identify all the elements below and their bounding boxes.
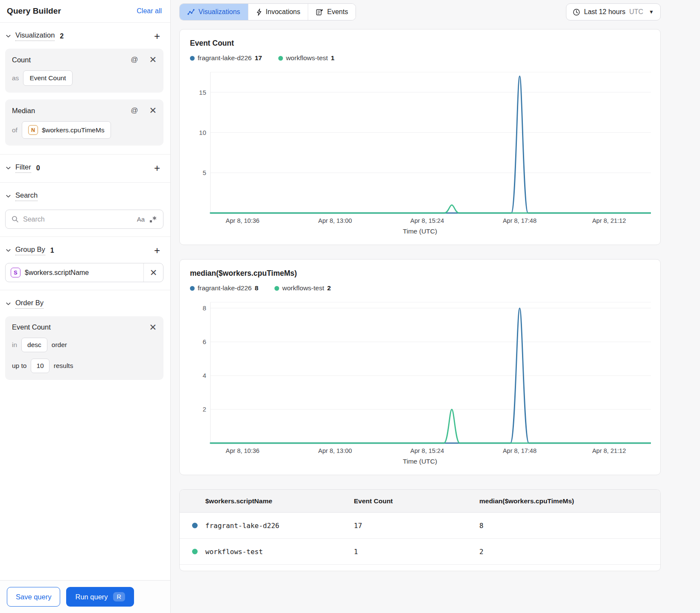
cell-script-name: workflows-test [205, 548, 263, 556]
tab-invocations[interactable]: Invocations [248, 4, 309, 20]
legend-value: 2 [327, 284, 331, 292]
close-icon[interactable]: ✕ [149, 56, 157, 63]
count-alias-box[interactable]: Event Count [23, 70, 72, 86]
chevron-down-icon[interactable] [5, 248, 11, 254]
run-query-shortcut-badge: R [113, 592, 125, 601]
timezone-label: UTC [629, 8, 643, 16]
legend-item[interactable]: fragrant-lake-d226 17 [190, 54, 262, 62]
order-by-field: Event Count [12, 323, 51, 331]
clear-all-link[interactable]: Clear all [137, 7, 162, 15]
save-query-label: Save query [16, 593, 51, 601]
cell-median: 2 [479, 548, 660, 556]
x-tick-label: Apr 8, 15:24 [410, 217, 444, 224]
count-alias-value: Event Count [29, 74, 66, 82]
legend-name: workflows-test [282, 284, 324, 292]
add-visualization-button[interactable]: + [152, 32, 162, 40]
of-label: of [12, 126, 18, 134]
y-tick-label: 8 [203, 304, 206, 312]
group-by-field-value: $workers.scriptName [25, 269, 89, 277]
match-case-icon[interactable]: Aa [137, 216, 145, 223]
sidebar-body: Visualization 2 + Count @ ✕ as [0, 23, 170, 580]
legend-item[interactable]: workflows-test 2 [274, 284, 331, 292]
save-query-button[interactable]: Save query [7, 587, 60, 607]
cell-event-count: 1 [354, 548, 479, 556]
legend-item[interactable]: fragrant-lake-d226 8 [190, 284, 258, 292]
lightning-icon [256, 9, 262, 16]
legend-name: fragrant-lake-d226 [198, 284, 252, 292]
limit-box[interactable]: 10 [31, 359, 49, 373]
table-row[interactable]: fragrant-lake-d226 17 8 [180, 513, 660, 539]
x-tick-label: Apr 8, 17:48 [503, 447, 537, 454]
at-mention-icon[interactable]: @ [131, 55, 138, 64]
sidebar-footer: Save query Run query R [0, 580, 170, 613]
median-field-value: $workers.cpuTimeMs [42, 126, 105, 134]
as-label: as [12, 74, 19, 82]
order-direction-box[interactable]: desc [21, 338, 47, 352]
x-tick-label: Apr 8, 10:36 [226, 217, 260, 224]
y-tick-label: 15 [199, 89, 206, 96]
legend-value: 8 [255, 284, 259, 292]
event-count-chart[interactable]: 51015Apr 8, 10:36Apr 8, 13:00Apr 8, 15:2… [190, 68, 651, 225]
filter-label: Filter [15, 163, 31, 173]
legend-name: fragrant-lake-d226 [198, 54, 252, 62]
regex-icon[interactable] [149, 216, 157, 223]
tab-label: Visualizations [198, 8, 240, 16]
legend-dot [190, 56, 195, 61]
col-header-script-name: $workers.scriptName [180, 497, 354, 505]
card-title: Median [12, 107, 35, 115]
tab-events[interactable]: Events [308, 4, 356, 20]
visualization-label: Visualization [15, 31, 55, 41]
x-tick-label: Apr 8, 10:36 [226, 447, 260, 454]
remove-group-by-button[interactable]: ✕ [143, 263, 163, 282]
topbar: Visualizations Invocations Events Last 1… [179, 3, 661, 20]
y-tick-label: 6 [203, 338, 206, 345]
y-tick-label: 2 [203, 406, 206, 413]
chevron-down-icon[interactable] [5, 33, 11, 39]
table-bottom-padding [180, 565, 660, 571]
chevron-down-icon[interactable] [5, 301, 11, 307]
note-icon [316, 9, 323, 16]
legend-name: workflows-test [286, 54, 328, 62]
limit-value: 10 [36, 362, 44, 370]
chevron-down-icon[interactable] [5, 165, 11, 171]
group-by-label: Group By [15, 245, 45, 255]
median-cputime-chart[interactable]: 2468Apr 8, 10:36Apr 8, 13:00Apr 8, 15:24… [190, 298, 651, 455]
visualization-count: 2 [60, 32, 64, 40]
x-tick-label: Apr 8, 17:48 [503, 217, 537, 224]
at-mention-icon[interactable]: @ [131, 106, 138, 115]
sidebar-header: Query Builder Clear all [0, 0, 170, 23]
run-query-label: Run query [75, 593, 108, 601]
tab-label: Events [327, 8, 348, 16]
cell-event-count: 17 [354, 522, 479, 530]
series-line-workflows-test [210, 409, 651, 443]
add-group-by-button[interactable]: + [152, 247, 162, 254]
chart-title: median($workers.cpuTimeMs) [190, 269, 650, 278]
run-query-button[interactable]: Run query R [66, 587, 134, 607]
time-range-dropdown[interactable]: Last 12 hours UTC ▼ [566, 3, 661, 20]
chevron-down-icon[interactable] [5, 193, 11, 199]
visualization-card-median: Median @ ✕ of N $workers.cpuTimeMs [5, 99, 163, 146]
view-tabs: Visualizations Invocations Events [179, 3, 356, 20]
group-by-item[interactable]: S $workers.scriptName ✕ [5, 263, 163, 282]
caret-down-icon: ▼ [649, 9, 654, 15]
legend-item[interactable]: workflows-test 1 [278, 54, 335, 62]
median-field-box[interactable]: N $workers.cpuTimeMs [22, 121, 111, 139]
tab-visualizations[interactable]: Visualizations [180, 4, 248, 20]
add-filter-button[interactable]: + [152, 164, 162, 172]
col-header-median: median($workers.cpuTimeMs) [479, 497, 660, 505]
up-to-label: up to [12, 362, 26, 370]
legend-dot [278, 56, 283, 61]
close-icon[interactable]: ✕ [149, 107, 157, 114]
results-table: $workers.scriptName Event Count median($… [179, 489, 661, 571]
section-group-by: Group By 1 + S $workers.scriptName ✕ [0, 237, 170, 290]
search-label: Search [15, 191, 38, 201]
chart-title: Event Count [190, 39, 650, 48]
number-field-icon: N [28, 125, 38, 135]
order-label: order [52, 341, 67, 349]
table-row[interactable]: workflows-test 1 2 [180, 539, 660, 565]
visualization-card-count: Count @ ✕ as Event Count [5, 49, 163, 93]
close-icon[interactable]: ✕ [149, 324, 157, 331]
section-filter: Filter 0 + [0, 155, 170, 183]
chart-legend: fragrant-lake-d226 17 workflows-test 1 [190, 54, 650, 62]
search-input[interactable] [23, 216, 133, 223]
